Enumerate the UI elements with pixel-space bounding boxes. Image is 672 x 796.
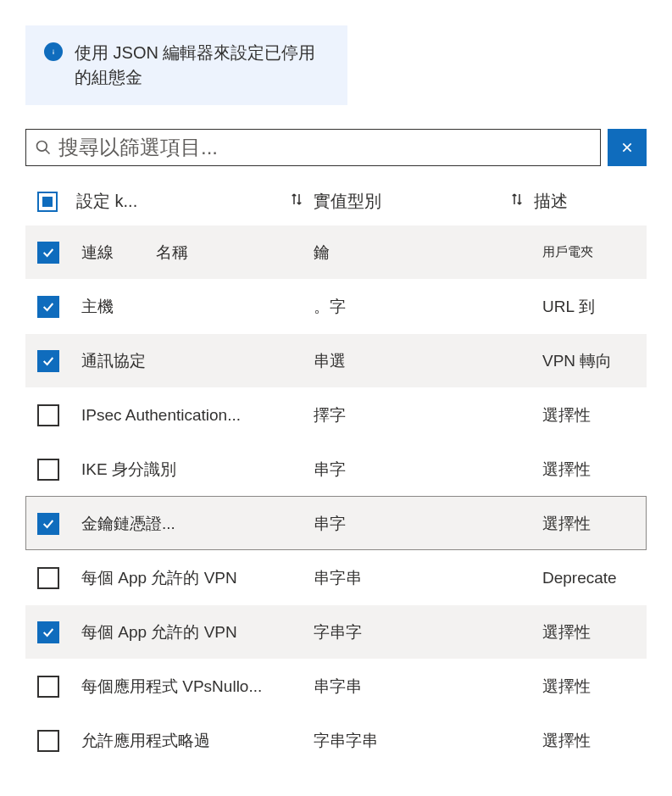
search-row bbox=[25, 129, 647, 166]
checkbox-cell bbox=[25, 730, 76, 752]
desc-cell: 選擇性 bbox=[542, 404, 647, 426]
header-setting[interactable]: 設定 k... bbox=[76, 190, 280, 213]
search-input[interactable] bbox=[58, 136, 591, 159]
type-cell: 串選 bbox=[314, 350, 542, 372]
setting-name: 金鑰鏈憑證... bbox=[81, 513, 175, 535]
desc-cell: 選擇性 bbox=[542, 621, 647, 643]
sort-icon bbox=[509, 192, 525, 211]
setting-name: IPsec Authentication... bbox=[81, 406, 241, 425]
setting-cell: 每個 App 允許的 VPN bbox=[76, 567, 314, 589]
desc-cell: 用戶電夾 bbox=[542, 244, 647, 260]
search-icon bbox=[35, 139, 52, 156]
header-checkbox-cell bbox=[25, 192, 76, 212]
checkbox-cell bbox=[25, 567, 76, 589]
setting-cell: 主機 bbox=[76, 296, 314, 318]
header-desc[interactable]: 描述 bbox=[534, 190, 647, 213]
info-banner: 使用 JSON 編輯器來設定已停用的組態金 bbox=[25, 25, 347, 105]
setting-cell: 連線名稱 bbox=[76, 242, 314, 264]
header-type-label: 實值型別 bbox=[314, 190, 381, 213]
desc-cell: 選擇性 bbox=[542, 676, 647, 698]
checkbox-cell bbox=[25, 404, 76, 426]
setting-name: 每個 App 允許的 VPN bbox=[81, 567, 237, 589]
checkbox-cell bbox=[25, 459, 76, 481]
table-row[interactable]: IKE 身分識別串字選擇性 bbox=[25, 442, 647, 496]
header-desc-label: 描述 bbox=[534, 190, 568, 213]
desc-cell: VPN 轉向 bbox=[542, 350, 647, 372]
type-cell: 字串字串 bbox=[314, 730, 542, 752]
table-row[interactable]: 連線名稱鑰用戶電夾 bbox=[25, 225, 647, 279]
row-checkbox[interactable] bbox=[37, 242, 59, 264]
clear-search-button[interactable] bbox=[608, 129, 647, 166]
type-cell: 字串字 bbox=[314, 621, 542, 643]
sort-icon bbox=[289, 192, 304, 211]
row-checkbox[interactable] bbox=[37, 676, 59, 698]
table-row[interactable]: 每個 App 允許的 VPN字串字選擇性 bbox=[25, 604, 647, 659]
row-checkbox[interactable] bbox=[37, 404, 59, 426]
info-banner-text: 使用 JSON 編輯器來設定已停用的組態金 bbox=[75, 41, 329, 90]
row-checkbox[interactable] bbox=[37, 730, 59, 752]
sort-type[interactable] bbox=[500, 192, 534, 211]
desc-cell: 選擇性 bbox=[542, 459, 647, 481]
table-row[interactable]: 主機。字URL 到 bbox=[25, 279, 647, 333]
desc-cell: Deprecate bbox=[542, 569, 647, 587]
checkbox-cell bbox=[25, 242, 76, 264]
desc-cell: URL 到 bbox=[542, 296, 647, 318]
search-box[interactable] bbox=[25, 129, 601, 166]
table-row[interactable]: 允許應用程式略過字串字串選擇性 bbox=[25, 713, 647, 767]
checkbox-cell bbox=[25, 676, 76, 698]
table-row[interactable]: 通訊協定串選VPN 轉向 bbox=[25, 333, 647, 387]
row-checkbox[interactable] bbox=[37, 296, 59, 318]
desc-cell: 選擇性 bbox=[542, 513, 647, 535]
setting-name: 連線 bbox=[81, 242, 114, 264]
setting-cell: 每個 App 允許的 VPN bbox=[76, 621, 314, 643]
checkbox-cell bbox=[25, 513, 76, 535]
type-cell: 擇字 bbox=[314, 404, 542, 426]
table-body: 連線名稱鑰用戶電夾主機。字URL 到通訊協定串選VPN 轉向IPsec Auth… bbox=[25, 225, 647, 767]
svg-point-0 bbox=[37, 142, 47, 152]
type-cell: 串字串 bbox=[314, 676, 542, 698]
checkbox-cell bbox=[25, 296, 76, 318]
setting-cell: IKE 身分識別 bbox=[76, 459, 314, 481]
setting-name: 通訊協定 bbox=[81, 350, 146, 372]
setting-name: 允許應用程式略過 bbox=[81, 730, 210, 752]
desc-cell: 選擇性 bbox=[542, 730, 647, 752]
row-checkbox[interactable] bbox=[37, 567, 59, 589]
sort-setting[interactable] bbox=[280, 192, 314, 211]
setting-cell: 每個應用程式 VPsNullo... bbox=[76, 676, 314, 698]
setting-name: 每個 App 允許的 VPN bbox=[81, 621, 237, 643]
table-row[interactable]: IPsec Authentication...擇字選擇性 bbox=[25, 387, 647, 442]
setting-name: 每個應用程式 VPsNullo... bbox=[81, 676, 262, 698]
svg-line-1 bbox=[46, 150, 50, 154]
checkbox-cell bbox=[25, 350, 76, 372]
type-cell: 鑰 bbox=[314, 242, 542, 264]
type-cell: 。字 bbox=[314, 296, 542, 318]
setting-cell: 金鑰鏈憑證... bbox=[76, 513, 314, 535]
row-checkbox[interactable] bbox=[37, 459, 59, 481]
type-cell: 串字 bbox=[314, 459, 542, 481]
row-checkbox[interactable] bbox=[37, 621, 59, 643]
table-header: 設定 k... 實值型別 描述 bbox=[25, 178, 647, 225]
header-type[interactable]: 實值型別 bbox=[314, 190, 500, 213]
select-all-checkbox[interactable] bbox=[37, 192, 58, 212]
table-row[interactable]: 每個 App 允許的 VPN串字串Deprecate bbox=[25, 550, 647, 604]
setting-cell: 允許應用程式略過 bbox=[76, 730, 314, 752]
header-setting-label: 設定 k... bbox=[76, 190, 137, 213]
setting-cell: IPsec Authentication... bbox=[76, 406, 314, 425]
setting-extra: 名稱 bbox=[156, 242, 188, 264]
setting-name: IKE 身分識別 bbox=[81, 459, 176, 481]
row-checkbox[interactable] bbox=[37, 350, 59, 372]
type-cell: 串字串 bbox=[314, 567, 542, 589]
setting-name: 主機 bbox=[81, 296, 114, 318]
table-row[interactable]: 金鑰鏈憑證...串字選擇性 bbox=[25, 496, 647, 550]
checkbox-cell bbox=[25, 621, 76, 643]
type-cell: 串字 bbox=[314, 513, 542, 535]
info-icon bbox=[44, 42, 63, 61]
table-row[interactable]: 每個應用程式 VPsNullo...串字串選擇性 bbox=[25, 659, 647, 713]
row-checkbox[interactable] bbox=[37, 513, 59, 535]
setting-cell: 通訊協定 bbox=[76, 350, 314, 372]
